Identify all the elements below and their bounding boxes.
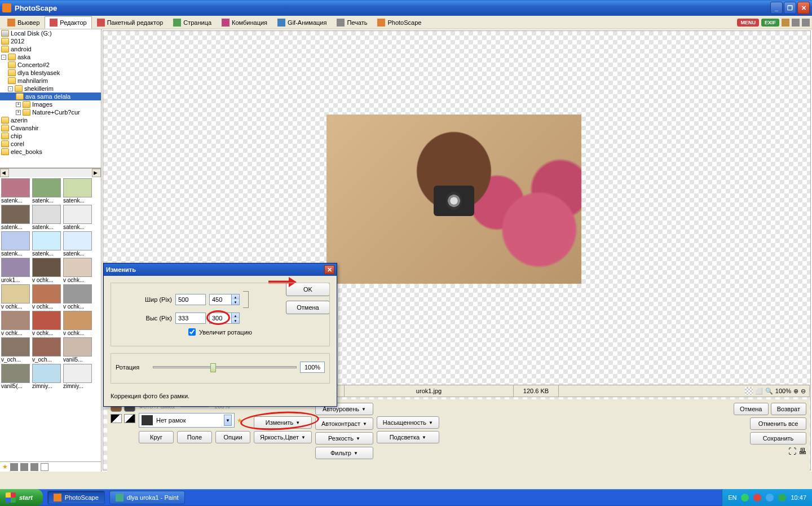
- tree-item[interactable]: Concerto#2: [0, 61, 101, 69]
- tree-item[interactable]: 2012: [0, 37, 101, 45]
- thumbnail[interactable]: satenk...: [32, 178, 62, 204]
- thumbnail[interactable]: vanil5(...: [1, 364, 31, 389]
- expander-icon[interactable]: +: [16, 110, 21, 115]
- toolbar-icon-3[interactable]: [802, 19, 810, 27]
- rotation-slider[interactable]: [153, 366, 297, 368]
- thumbnail[interactable]: satenk...: [32, 231, 62, 257]
- rotation-value-field[interactable]: [300, 362, 325, 373]
- dialog-title-bar[interactable]: Изменить ✕: [104, 263, 337, 276]
- auto-contrast-button[interactable]: Автоконтраст▼: [315, 417, 373, 430]
- start-button[interactable]: start: [0, 489, 43, 506]
- checker-icon[interactable]: [745, 387, 753, 395]
- tray-icon-3[interactable]: [766, 494, 774, 501]
- thumbnail[interactable]: v ochk...: [32, 311, 62, 336]
- maximize-button[interactable]: ❐: [784, 2, 796, 14]
- tab-gif[interactable]: Gif-Анимация: [272, 16, 332, 29]
- thumbnail[interactable]: v ochk...: [32, 284, 62, 310]
- zoom-out-icon[interactable]: ⊖: [801, 388, 806, 395]
- tree-item[interactable]: azerin: [0, 116, 101, 124]
- thumbnail[interactable]: satenk...: [63, 178, 93, 204]
- field-button[interactable]: Поле: [177, 431, 212, 443]
- width-new-spinner[interactable]: ▲▼: [209, 294, 240, 305]
- tree-hscroll[interactable]: ◄ ►: [0, 168, 101, 177]
- thumbnail[interactable]: v ochk...: [32, 258, 62, 283]
- tree-item[interactable]: -shekillerim: [0, 85, 101, 93]
- frame-star-icon[interactable]: ★: [237, 417, 242, 424]
- thumbnail[interactable]: vanil5...: [63, 337, 93, 363]
- tab-batch[interactable]: Пакетный редактор: [92, 16, 169, 29]
- tree-item[interactable]: corel: [0, 140, 101, 148]
- brightness-color-button[interactable]: Яркость,Цвет▼: [254, 431, 312, 443]
- thumbnail[interactable]: v_och...: [1, 337, 31, 363]
- save-button[interactable]: Сохранить: [750, 432, 806, 445]
- tree-item[interactable]: dlya blestyasek: [0, 69, 101, 77]
- tree-item[interactable]: +Nature+Curb?cur: [0, 108, 101, 116]
- cancel-button[interactable]: Отмена: [734, 403, 769, 415]
- footer-icon-2[interactable]: [20, 463, 28, 471]
- zoom-actual-icon[interactable]: 🔍: [765, 388, 773, 395]
- frame-select[interactable]: Нет рамок ▼: [139, 413, 235, 428]
- tree-item[interactable]: Cavanshir: [0, 124, 101, 132]
- thumbnail[interactable]: v ochk...: [63, 258, 93, 283]
- thumbnail[interactable]: v ochk...: [63, 284, 93, 310]
- thumbnail[interactable]: urok1...: [1, 258, 31, 283]
- footer-icon-1[interactable]: [10, 463, 18, 471]
- tray-icon-2[interactable]: [753, 494, 761, 501]
- thumbnail[interactable]: satenk...: [63, 205, 93, 230]
- fullscreen-icon[interactable]: ⛶: [788, 447, 796, 456]
- scroll-left-button[interactable]: ◄: [0, 169, 9, 177]
- dialog-close-button[interactable]: ✕: [324, 265, 334, 274]
- close-button[interactable]: ✕: [797, 2, 810, 14]
- tab-editor[interactable]: Редактор: [45, 16, 91, 29]
- toolbar-icon-2[interactable]: [792, 19, 800, 27]
- tab-page[interactable]: Страница: [168, 16, 217, 29]
- scroll-right-button[interactable]: ►: [92, 169, 101, 177]
- aspect-lock-icon[interactable]: [243, 291, 249, 308]
- frame-select-arrow[interactable]: ▼: [224, 415, 232, 426]
- tab-print[interactable]: Печать: [332, 16, 372, 29]
- tree-item[interactable]: Local Disk (G:): [0, 29, 101, 37]
- undo-all-button[interactable]: Отменить все: [750, 417, 806, 430]
- height-up-button[interactable]: ▲: [231, 313, 239, 318]
- toolbar-icon-1[interactable]: [782, 19, 789, 27]
- filter-button[interactable]: Фильтр▼: [315, 447, 373, 459]
- tree-item[interactable]: ava sama delala: [0, 93, 101, 100]
- thumbnail[interactable]: satenk...: [1, 231, 31, 257]
- tray-lang[interactable]: EN: [728, 494, 736, 501]
- exif-badge[interactable]: EXIF: [761, 19, 779, 27]
- tab-photoscape[interactable]: PhotoScape: [372, 16, 426, 29]
- taskbar-item-paint[interactable]: dlya uroka1 - Paint: [109, 491, 185, 504]
- thumbnail[interactable]: satenk...: [32, 205, 62, 230]
- star-icon[interactable]: ★: [2, 463, 8, 470]
- tree-item[interactable]: mahnilarim: [0, 77, 101, 85]
- tree-item[interactable]: -aska: [0, 53, 101, 61]
- height-new-field[interactable]: [210, 313, 231, 323]
- swatch-4[interactable]: [124, 414, 135, 423]
- tray-icon-4[interactable]: [778, 494, 786, 501]
- print-icon[interactable]: 🖶: [798, 447, 806, 456]
- main-image[interactable]: [326, 115, 581, 284]
- sharpness-button[interactable]: Резкость▼: [315, 432, 373, 445]
- tab-combine[interactable]: Комбинация: [217, 16, 272, 29]
- thumbnail[interactable]: v ochk...: [63, 311, 93, 336]
- footer-icon-4[interactable]: [41, 463, 48, 471]
- expander-icon[interactable]: -: [8, 86, 13, 91]
- circle-button[interactable]: Круг: [139, 431, 174, 443]
- resize-button[interactable]: Изменить▼: [254, 416, 312, 429]
- tree-item[interactable]: chip: [0, 132, 101, 140]
- thumbnail[interactable]: v ochk...: [1, 311, 31, 336]
- tree-item[interactable]: android: [0, 45, 101, 53]
- thumbnail[interactable]: satenk...: [63, 231, 93, 257]
- thumbnail[interactable]: satenk...: [1, 205, 31, 230]
- thumbnail[interactable]: satenk...: [1, 178, 31, 204]
- width-new-field[interactable]: [210, 294, 231, 305]
- minimize-button[interactable]: _: [770, 2, 783, 14]
- thumbnail[interactable]: v_och...: [32, 337, 62, 363]
- return-button[interactable]: Возврат: [771, 403, 806, 415]
- saturation-button[interactable]: Насыщенность▼: [377, 416, 439, 429]
- thumbnail[interactable]: zimniy...: [32, 364, 62, 389]
- width-down-button[interactable]: ▼: [231, 300, 239, 305]
- height-new-spinner[interactable]: ▲▼: [209, 313, 240, 324]
- swatch-3[interactable]: [111, 414, 122, 423]
- enlarge-checkbox[interactable]: [188, 328, 196, 336]
